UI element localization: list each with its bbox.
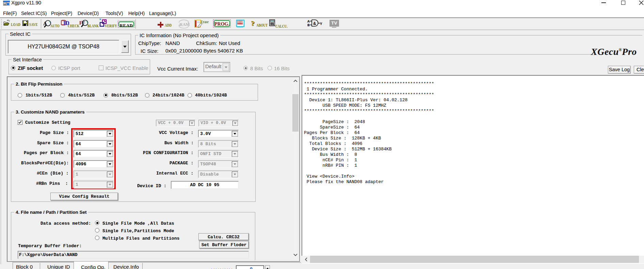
svg-text:RAM: RAM [179, 22, 190, 27]
svg-text:B: B [307, 23, 310, 27]
svg-text:A: A [43, 21, 47, 26]
svg-text:Y: Y [320, 22, 322, 26]
svg-text:&: & [313, 21, 316, 26]
